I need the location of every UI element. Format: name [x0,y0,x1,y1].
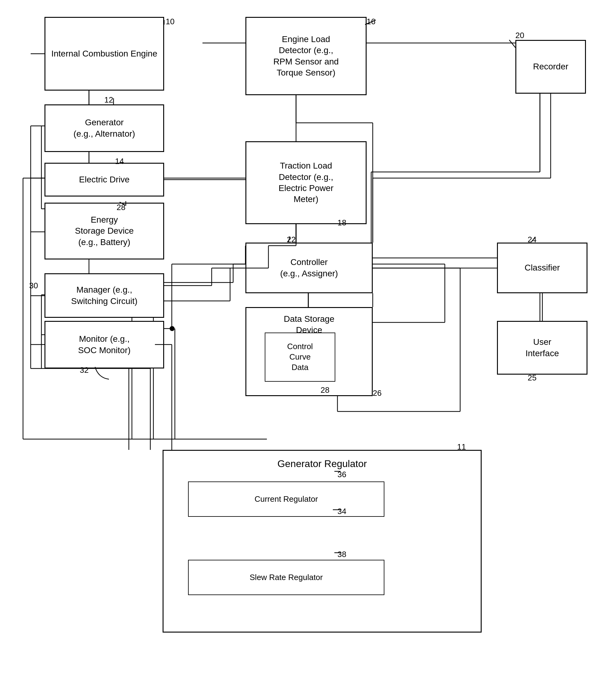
ref-14: 14 [115,157,124,166]
generator-box: Generator(e.g., Alternator) [44,104,164,152]
recorder-label: Recorder [533,61,568,72]
gen-regulator-label: Generator Regulator [164,457,481,470]
ref-28b: 28 [321,385,329,395]
ref-38: 38 [337,550,346,559]
electric-drive-box: Electric Drive [44,163,164,196]
ice-box: Internal Combustion Engine [44,17,164,90]
monitor-box: Monitor (e.g.,SOC Monitor) [44,321,164,369]
recorder-box: Recorder [516,40,586,93]
energy-storage-label: EnergyStorage Device(e.g., Battery) [75,214,133,248]
ref-24: 24 [528,235,537,244]
generator-label: Generator(e.g., Alternator) [74,117,135,140]
svg-line-45 [509,40,516,48]
energy-storage-box: EnergyStorage Device(e.g., Battery) [44,203,164,260]
manager-box: Manager (e.g.,Switching Circuit) [44,273,164,318]
ref-34: 34 [337,507,346,516]
ref-30: 30 [29,281,38,291]
ice-label: Internal Combustion Engine [51,48,157,59]
ref-25: 25 [528,373,537,383]
controller-box: Controller(e.g., Assigner) [245,242,373,293]
controller-label: Controller(e.g., Assigner) [280,257,338,279]
ref-32: 32 [80,366,89,375]
ref-36: 36 [337,470,346,479]
current-reg-label: Current Regulator [255,494,318,504]
user-interface-box: UserInterface [497,321,587,375]
engine-load-label: Engine LoadDetector (e.g.,RPM Sensor and… [273,34,339,79]
slew-rate-box: Slew Rate Regulator [188,560,384,595]
engine-load-box: Engine LoadDetector (e.g.,RPM Sensor and… [245,17,367,95]
user-interface-label: UserInterface [526,337,559,359]
classifier-label: Classifier [525,262,560,273]
ref-22: 22 [287,235,296,244]
ref-12: 12 [104,95,113,105]
gen-regulator-box: Generator Regulator Current Regulator Sl… [163,450,482,633]
traction-load-box: Traction LoadDetector (e.g.,Electric Pow… [245,141,367,224]
monitor-label: Monitor (e.g.,SOC Monitor) [78,334,130,356]
ref-20: 20 [516,31,524,40]
traction-load-label: Traction LoadDetector (e.g.,Electric Pow… [279,160,333,205]
control-curve-box: ControlCurveData [265,333,335,382]
current-reg-box: Current Regulator [188,482,384,517]
ref-11: 11 [457,442,466,452]
manager-label: Manager (e.g.,Switching Circuit) [71,284,137,307]
ref-16: 16 [367,17,375,27]
data-storage-box: Data StorageDevice ControlCurveData [245,307,373,396]
junction-dot [170,326,174,331]
electric-drive-label: Electric Drive [79,174,130,185]
ref-10: 10 [166,17,174,27]
slew-rate-label: Slew Rate Regulator [250,572,323,583]
ref-18: 18 [337,218,346,228]
classifier-box: Classifier [497,242,587,293]
control-curve-label: ControlCurveData [287,341,313,373]
ref-26: 26 [373,388,382,398]
diagram: Internal Combustion Engine 10 Engine Loa… [0,0,616,678]
ref-28a: 28 [117,203,125,212]
